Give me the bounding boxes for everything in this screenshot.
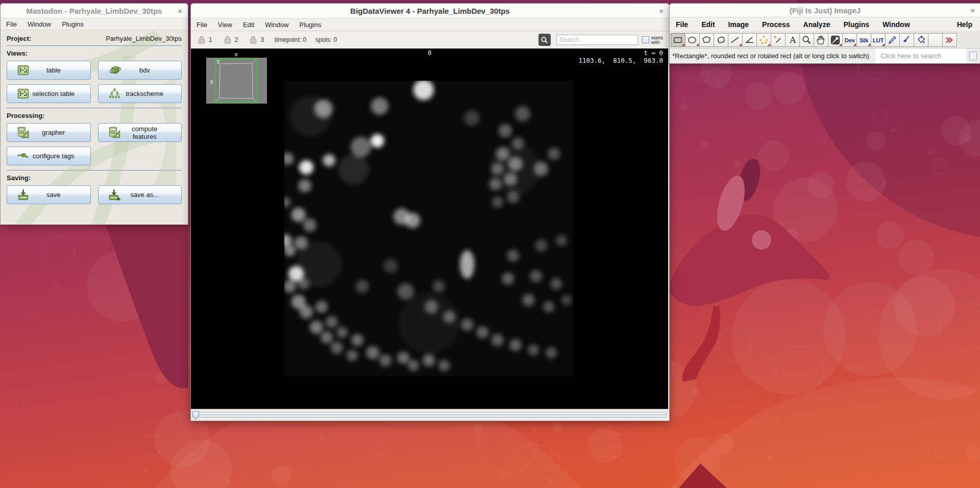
bdv-canvas[interactable]: 0 t = 01103.6, 810.5, 963.0 x z y: [191, 48, 668, 409]
bdv-menubar: FileViewEditWindowPlugins: [191, 18, 669, 31]
zoom-icon: [800, 34, 813, 46]
close-icon[interactable]: ×: [178, 7, 182, 15]
selection-table-button[interactable]: selection table: [7, 84, 91, 103]
fiji-statusbar: *Rectangle*, rounded rect or rotated rec…: [670, 48, 980, 63]
microscopy-image: [284, 81, 573, 377]
bdv-button[interactable]: bdv: [98, 61, 182, 80]
processing-buttons: graphercompute featuresconfigure tags: [7, 123, 182, 165]
zoom-tool[interactable]: [799, 33, 814, 47]
menu-item-process[interactable]: Process: [762, 20, 790, 29]
dev-tool[interactable]: Dev: [842, 33, 857, 47]
angle-icon: [743, 34, 756, 46]
hand-tool[interactable]: [814, 33, 828, 47]
bdv-titlebar[interactable]: BigDataViewer 4 - Parhyale_LimbDev_30tps…: [191, 4, 669, 18]
menu-item-file[interactable]: File: [197, 21, 207, 29]
button-label: table: [30, 66, 77, 74]
dropper-tool[interactable]: [828, 33, 843, 47]
stk-tool[interactable]: Stk: [856, 33, 871, 47]
button-label: save as...: [121, 191, 168, 199]
menu-item-analyze[interactable]: Analyze: [803, 20, 830, 29]
polygon-tool[interactable]: [699, 33, 714, 47]
alternate-tool-marker: [853, 43, 856, 46]
menu-item-file[interactable]: File: [676, 20, 688, 29]
grapher-icon: [108, 126, 121, 139]
lock-toggle-2[interactable]: 2: [223, 35, 238, 44]
oval-tool[interactable]: [685, 33, 700, 47]
time-slider[interactable]: [191, 409, 668, 421]
mastodon-titlebar[interactable]: Mastodon - Parhyale_LimbDev_30tps ×: [1, 4, 188, 18]
menu-item-plugins[interactable]: Plugins: [843, 20, 869, 29]
close-icon[interactable]: ×: [970, 7, 975, 14]
divider: [7, 108, 182, 108]
grapher-button[interactable]: grapher: [7, 123, 91, 142]
menu-item-plugins[interactable]: Plugins: [300, 21, 322, 29]
mastodon-menubar: FileWindowPlugins: [1, 18, 188, 30]
fiji-search-box[interactable]: [969, 52, 977, 60]
search-input[interactable]: [556, 35, 638, 45]
configure-tags-button[interactable]: configure tags: [7, 147, 91, 165]
search-button[interactable]: [538, 34, 551, 46]
alternate-tool-marker: [839, 43, 842, 46]
starts-with-checkbox[interactable]: [642, 36, 649, 43]
close-icon[interactable]: ×: [659, 7, 664, 15]
alternate-tool-marker: [739, 43, 742, 46]
lock-number: 1: [209, 36, 212, 43]
time-slider-track[interactable]: [192, 412, 667, 418]
fiji-menubar: FileEditImageProcessAnalyzePluginsWindow…: [670, 17, 980, 32]
svg-text:A: A: [789, 35, 796, 45]
wand-tool[interactable]: [771, 33, 786, 47]
menu-item-window[interactable]: Window: [265, 21, 288, 29]
compute-features-button[interactable]: compute features: [98, 123, 182, 142]
divider: [7, 45, 182, 46]
lock-toggle-3[interactable]: 3: [249, 35, 264, 44]
lut-tool[interactable]: LUT: [871, 33, 886, 47]
saving-section-label: Saving:: [7, 174, 182, 182]
fiji-search-field[interactable]: Click here to search: [875, 48, 966, 63]
mastodon-content: Project: Parhyale_LimbDev_30tps Views: t…: [1, 30, 188, 225]
menu-item-window[interactable]: Window: [28, 20, 51, 28]
menu-item-file[interactable]: File: [6, 20, 17, 28]
text-tool[interactable]: A: [785, 33, 800, 47]
menu-item-help[interactable]: Help: [957, 20, 972, 29]
save-button[interactable]: save: [7, 185, 91, 204]
line-tool[interactable]: [728, 33, 743, 47]
button-label: grapher: [30, 129, 77, 136]
xyz-overlay: 1103.6, 810.5, 963.0: [578, 57, 663, 64]
menu-item-edit[interactable]: Edit: [243, 21, 254, 29]
spots-status: spots: 0: [315, 36, 337, 43]
fill-tool[interactable]: [914, 33, 928, 47]
freehand-tool[interactable]: [714, 33, 728, 47]
trackscheme-button[interactable]: trackscheme: [98, 84, 182, 103]
alternate-tool-marker: [868, 43, 870, 46]
lock-number: 2: [235, 36, 238, 43]
project-label: Project:: [7, 35, 31, 42]
bdv-cube-icon: [108, 63, 121, 77]
menu-item-view[interactable]: View: [218, 21, 232, 29]
rectangle-tool[interactable]: [671, 33, 685, 47]
menu-item-edit[interactable]: Edit: [701, 20, 715, 29]
fill-icon: [915, 34, 927, 46]
save-as-icon: [108, 188, 121, 202]
table-button[interactable]: table: [7, 61, 91, 80]
save-as-button[interactable]: save as...: [98, 185, 182, 204]
point-tool[interactable]: [756, 33, 771, 47]
project-name: Parhyale_LimbDev_30tps: [106, 35, 182, 42]
angle-tool[interactable]: [742, 33, 757, 47]
lock-toggle-1[interactable]: 1: [197, 35, 212, 44]
brush-tool[interactable]: [899, 33, 914, 47]
time-slider-handle[interactable]: [192, 411, 200, 420]
more-tools[interactable]: [942, 33, 957, 47]
menu-item-plugins[interactable]: Plugins: [62, 20, 84, 28]
fiji-titlebar[interactable]: (Fiji Is Just) ImageJ ×: [670, 4, 980, 17]
mastodon-window-title: Mastodon - Parhyale_LimbDev_30tps: [27, 7, 162, 15]
alternate-tool-marker: [696, 43, 699, 46]
menu-item-window[interactable]: Window: [883, 20, 910, 29]
table-grid-icon: [16, 87, 30, 101]
polygon-icon: [700, 34, 713, 46]
save-icon: [16, 188, 30, 202]
menu-item-image[interactable]: Image: [728, 20, 749, 29]
spare-tool[interactable]: [928, 33, 943, 47]
pencil-tool[interactable]: [885, 33, 900, 47]
button-label: save: [30, 191, 77, 199]
timepoint-status: timepoint: 0: [275, 36, 306, 43]
